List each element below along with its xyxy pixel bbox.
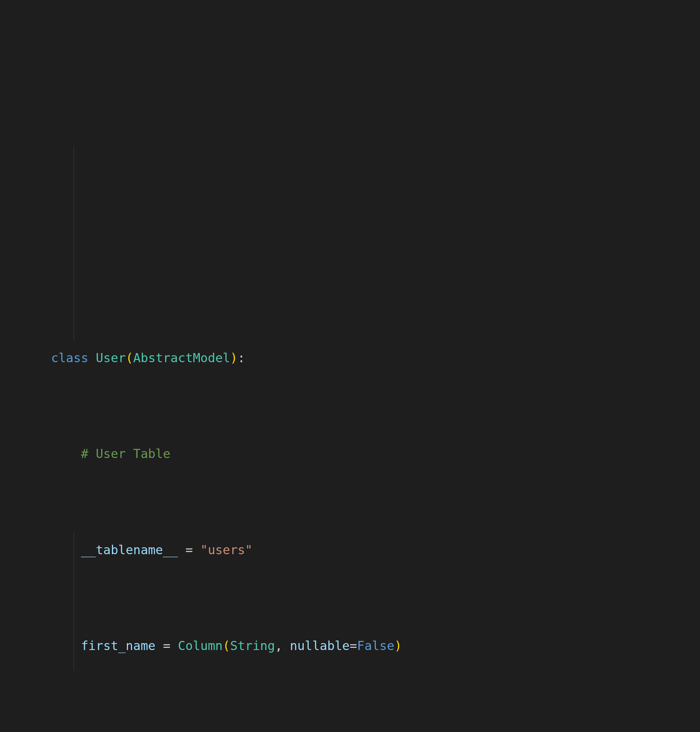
code-editor[interactable]: class User(AbstractModel): # User Table … <box>0 99 700 732</box>
blank-line <box>51 195 700 214</box>
assignment-line: first_name = Column(String, nullable=Fal… <box>51 636 700 656</box>
indent-guide <box>74 532 74 671</box>
blank-line <box>51 252 700 271</box>
comment-line: # User Table <box>51 444 700 464</box>
keyword-class: class <box>51 351 88 365</box>
indent-guide <box>74 146 74 341</box>
assignment-line: __tablename__ = "users" <box>51 540 700 560</box>
base-class: AbstractModel <box>133 351 230 365</box>
class-name: User <box>96 351 126 365</box>
class-def-line: class User(AbstractModel): <box>51 348 700 368</box>
